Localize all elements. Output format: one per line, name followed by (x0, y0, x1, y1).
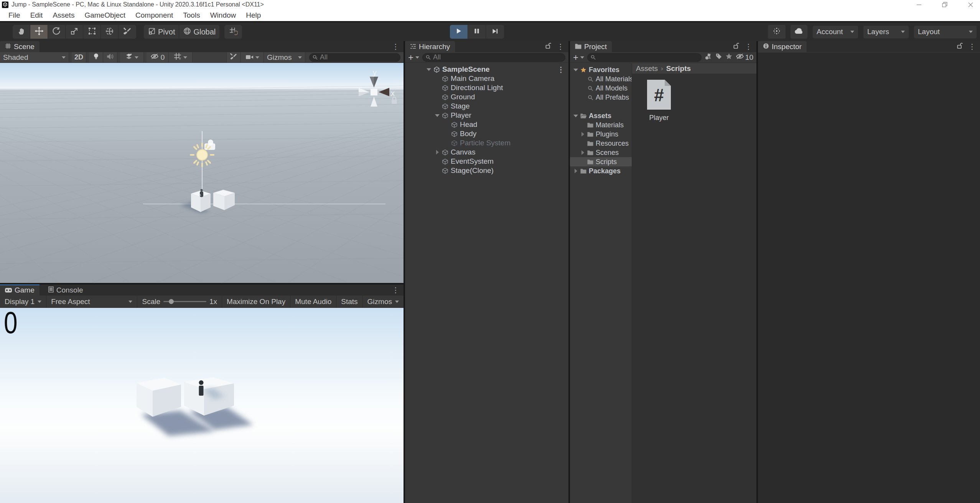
scene-camera-dropdown[interactable] (241, 52, 264, 62)
project-section-favorites[interactable]: Favorites (570, 65, 632, 74)
move-tool-button[interactable] (30, 25, 48, 39)
menu-component[interactable]: Component (130, 9, 178, 21)
hierarchy-item-head[interactable]: Head (405, 120, 568, 129)
hierarchy-item-eventsystem[interactable]: EventSystem (405, 157, 568, 166)
minimize-button[interactable] (916, 2, 922, 8)
game-gizmos-dropdown[interactable]: Gizmos (363, 296, 404, 307)
grid-snap-button[interactable] (224, 25, 242, 39)
menu-edit[interactable]: Edit (25, 9, 48, 21)
tab-inspector[interactable]: Inspector (758, 41, 807, 52)
create-asset-button[interactable]: + (573, 53, 584, 62)
expand-caret-icon[interactable] (573, 115, 578, 117)
collapse-caret-icon[interactable] (575, 169, 577, 173)
project-search[interactable] (587, 53, 702, 62)
project-menu-kebab-icon[interactable]: ⋮ (745, 43, 752, 50)
collapse-caret-icon[interactable] (581, 150, 584, 155)
stats-toggle[interactable]: Stats (336, 296, 362, 307)
lighting-toggle[interactable] (89, 52, 103, 62)
project-search-input[interactable] (598, 53, 698, 61)
favorites-filter-icon[interactable] (725, 53, 733, 62)
breadcrumb-current[interactable]: Scripts (666, 64, 691, 73)
mute-audio-toggle[interactable]: Mute Audio (290, 296, 336, 307)
hierarchy-item-body[interactable]: Body (405, 129, 568, 138)
project-section-assets[interactable]: Assets (570, 111, 632, 120)
pause-button[interactable] (468, 25, 486, 39)
hierarchy-search-input[interactable] (433, 53, 562, 61)
maximize-on-play-toggle[interactable]: Maximize On Play (222, 296, 290, 307)
grid-visibility-dropdown[interactable]: Y (169, 52, 193, 62)
scene-viewport[interactable]: y x (0, 63, 404, 283)
restore-button[interactable] (942, 2, 948, 8)
menu-gameobject[interactable]: GameObject (79, 9, 130, 21)
lock-icon[interactable] (545, 43, 551, 51)
create-object-button[interactable]: + (408, 53, 419, 62)
tab-project[interactable]: Project (570, 41, 612, 52)
game-viewport[interactable]: 0 (0, 308, 404, 503)
account-dropdown[interactable]: Account (813, 26, 858, 38)
hierarchy-item-directional-light[interactable]: Directional Light (405, 83, 568, 92)
filter-by-label-icon[interactable] (715, 53, 722, 62)
project-folder-materials[interactable]: Materials (570, 120, 632, 130)
tab-console[interactable]: Console (43, 284, 88, 296)
hierarchy-item-particle-system[interactable]: Particle System (405, 138, 568, 148)
cloud-button[interactable] (791, 25, 807, 39)
custom-tool-button[interactable] (119, 25, 136, 39)
scene-visibility-toggle[interactable]: 0 (147, 52, 169, 62)
aspect-dropdown[interactable]: Free Aspect (46, 296, 137, 307)
expand-caret-icon[interactable] (427, 68, 431, 71)
project-folder-resources[interactable]: Resources (570, 139, 632, 148)
audio-toggle[interactable] (103, 52, 117, 62)
scene-gizmos-dropdown[interactable]: Gizmos (264, 52, 305, 62)
menu-file[interactable]: File (3, 9, 25, 21)
play-button[interactable] (450, 25, 468, 39)
layout-dropdown[interactable]: Layout (914, 26, 977, 38)
lock-icon[interactable] (733, 43, 739, 51)
hierarchy-item-canvas[interactable]: Canvas (405, 148, 568, 157)
scene-search-input[interactable] (320, 53, 397, 61)
scene-menu-kebab-icon[interactable]: ⋮ (392, 43, 399, 50)
project-section-packages[interactable]: Packages (570, 166, 632, 176)
2d-toggle[interactable]: 2D (72, 52, 86, 62)
project-folder-all-models[interactable]: All Models (570, 84, 632, 93)
step-button[interactable] (486, 25, 504, 39)
expand-caret-icon[interactable] (435, 114, 440, 117)
project-folder-scenes[interactable]: Scenes (570, 148, 632, 157)
menu-window[interactable]: Window (205, 9, 241, 21)
scale-tool-button[interactable] (66, 25, 83, 39)
lock-icon[interactable] (957, 43, 963, 51)
asset-player[interactable]: # Player (641, 79, 677, 122)
hierarchy-item-ground[interactable]: Ground (405, 92, 568, 102)
project-folder-all-materials[interactable]: All Materials (570, 74, 632, 84)
game-menu-kebab-icon[interactable]: ⋮ (392, 286, 399, 294)
tab-game[interactable]: Game (0, 284, 40, 296)
display-dropdown[interactable]: Display 1 (0, 296, 46, 307)
pivot-toggle[interactable]: Pivot (144, 25, 179, 39)
filter-by-type-icon[interactable] (705, 53, 712, 62)
background-tasks-button[interactable] (768, 25, 786, 39)
scale-slider[interactable] (163, 301, 206, 302)
expand-caret-icon[interactable] (573, 69, 578, 71)
inspector-menu-kebab-icon[interactable]: ⋮ (968, 43, 976, 50)
project-folder-scripts[interactable]: Scripts (570, 157, 632, 166)
scene-tools-button[interactable] (226, 52, 241, 62)
scene-search[interactable] (309, 53, 400, 62)
collapse-caret-icon[interactable] (581, 132, 584, 136)
menu-help[interactable]: Help (241, 9, 266, 21)
project-folder-plugins[interactable]: Plugins (570, 130, 632, 139)
hand-tool-button[interactable] (13, 25, 30, 39)
hierarchy-item-stage[interactable]: Stage (405, 102, 568, 111)
hierarchy-scene-root[interactable]: SampleScene ⋮ (405, 65, 568, 74)
rotate-tool-button[interactable] (48, 25, 66, 39)
hierarchy-item-main-camera[interactable]: Main Camera (405, 74, 568, 83)
hierarchy-item-player[interactable]: Player (405, 111, 568, 120)
close-button[interactable] (967, 2, 974, 8)
shading-mode-dropdown[interactable]: Shaded (0, 52, 69, 62)
transform-tool-button[interactable] (101, 25, 119, 39)
breadcrumb-assets[interactable]: Assets (636, 64, 658, 73)
tab-scene[interactable]: Scene (0, 41, 40, 52)
menu-assets[interactable]: Assets (48, 9, 79, 21)
tab-hierarchy[interactable]: Hierarchy (405, 41, 455, 52)
scene-root-kebab-icon[interactable]: ⋮ (557, 66, 565, 73)
effects-dropdown[interactable] (120, 52, 144, 62)
hierarchy-menu-kebab-icon[interactable]: ⋮ (557, 43, 564, 50)
